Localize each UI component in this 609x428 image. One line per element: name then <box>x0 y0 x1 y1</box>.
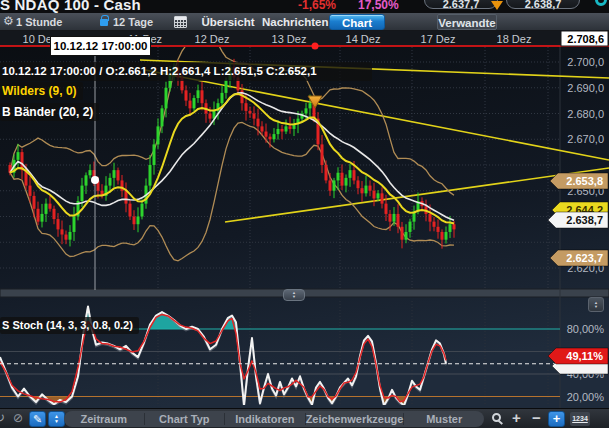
values-display-button[interactable]: 1234 <box>570 412 590 426</box>
alert-handle-dot[interactable] <box>312 43 319 50</box>
menu-chart-typ[interactable]: Chart Typ <box>145 413 226 425</box>
bollinger-indicator-label[interactable]: B Bänder (20, 2) <box>0 103 99 121</box>
svg-text:2.638,7: 2.638,7 <box>566 214 603 226</box>
stoch-axis-label: 80,00% <box>567 323 605 335</box>
down-arrow-icon: ▼ <box>54 419 59 424</box>
x-axis-label: 13 Dez <box>272 33 307 45</box>
selected-point-dot <box>91 176 99 184</box>
wilders-indicator-label[interactable]: Wilders (9, 0) <box>0 82 83 100</box>
bottom-toolbar: ↻ ⊘ ✎ ▲ ▼ Zeitraum Chart Typ Indikatoren… <box>0 408 609 428</box>
ohlc-readout: 10.12.12 17:00:00 / O:2.661,2 H:2.661,4 … <box>0 62 372 81</box>
lock-icon[interactable] <box>100 19 108 26</box>
sort-tool-button[interactable]: ▲ ▼ <box>48 411 65 427</box>
stoch-indicator-label[interactable]: S Stoch (14, 3, 3, 0.8, 0.2) <box>0 317 139 334</box>
down-arrow-icon: ▼ <box>594 305 598 309</box>
menu-zeichenwerkzeuge[interactable]: Zeichenwerkzeuge <box>306 413 405 425</box>
panel-scroll-button[interactable]: ▲ ▼ <box>588 297 604 312</box>
svg-text:49,11%: 49,11% <box>566 350 603 362</box>
date-tooltip: 10.12.12 17:00:00 <box>50 36 151 56</box>
x-axis-label: 18 Dez <box>497 33 532 45</box>
x-axis-label: 14 Dez <box>346 33 381 45</box>
range-percent: 17,50% <box>358 0 399 12</box>
range-selector[interactable]: 12 Tage <box>113 16 153 28</box>
instrument-title: S NDAQ 100 - Cash <box>0 0 141 13</box>
buy-arc-icon <box>595 0 607 6</box>
alert-price-value: 2.708,6 <box>567 33 604 45</box>
svg-text:2.653,8: 2.653,8 <box>566 175 603 187</box>
x-axis-label: 12 Dez <box>195 33 230 45</box>
down-arrow-icon: ▼ <box>292 295 296 299</box>
tab-uebersicht[interactable]: Übersicht <box>199 14 257 30</box>
price-axis-label: 2.670,0 <box>567 133 604 145</box>
panel-resize-handle[interactable]: ▲ ▼ <box>283 289 305 301</box>
zoom-icon[interactable] <box>492 413 501 422</box>
buy-button[interactable]: 2.638,7 <box>506 0 580 9</box>
svg-text:2.623,7: 2.623,7 <box>566 252 603 264</box>
zoom-in-button[interactable]: + <box>512 409 521 426</box>
chart-menu-bar: Zeitraum Chart Typ Indikatoren Zeichenwe… <box>64 411 484 427</box>
x-axis-label: 17 Dez <box>421 33 456 45</box>
chart-toolbar: ⚙ 1 Stunde 12 Tage Übersicht Nachrichten… <box>0 13 609 31</box>
clear-drawings-icon[interactable]: ⊘ <box>13 411 23 425</box>
window-titlebar: S NDAQ 100 - Cash -1,65% 17,50% 2.637,7 … <box>0 0 609 13</box>
calendar-icon[interactable] <box>174 16 187 28</box>
menu-muster[interactable]: Muster <box>404 413 484 425</box>
price-axis-label: 2.690,0 <box>567 82 604 94</box>
sell-arrow-icon <box>491 1 503 10</box>
tab-verwandte[interactable]: Verwandte <box>437 14 497 30</box>
menu-indikatoren[interactable]: Indikatoren <box>225 413 306 425</box>
change-percent: -1,65% <box>298 0 336 12</box>
crosshair-tool-button[interactable]: + <box>548 411 565 427</box>
interval-selector[interactable]: 1 Stunde <box>16 16 62 28</box>
draw-tool-button[interactable]: ✎ <box>29 411 46 427</box>
stoch-axis-label: 20,00% <box>567 391 605 403</box>
sell-button[interactable]: 2.637,7 <box>424 0 498 9</box>
tab-chart[interactable]: Chart <box>329 14 385 30</box>
gear-icon[interactable]: ⚙ <box>3 14 14 28</box>
undo-icon[interactable]: ↻ <box>0 410 5 425</box>
price-axis-label: 2.680,0 <box>567 108 604 120</box>
tab-nachrichten[interactable]: Nachrichten <box>262 14 328 30</box>
price-axis-label: 2.700,0 <box>567 56 604 68</box>
trading-chart-window: 10 Dez11 Dez12 Dez13 Dez14 Dez17 Dez18 D… <box>0 0 609 428</box>
zoom-out-button[interactable]: − <box>532 409 541 426</box>
menu-zeitraum[interactable]: Zeitraum <box>64 413 145 425</box>
